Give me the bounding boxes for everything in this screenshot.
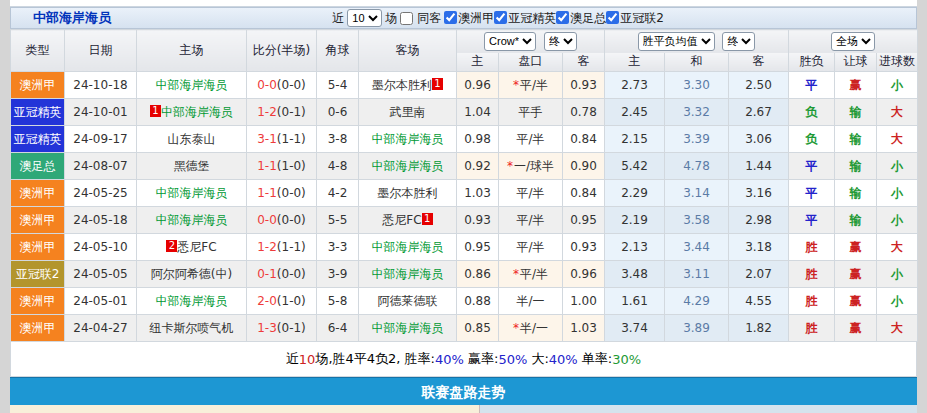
avg-odds-away: 3.18 xyxy=(729,234,789,261)
filter-bar: 近 10 场 同客 澳洲甲亚冠精英澳足总亚冠联2 xyxy=(332,9,664,27)
fulltime-score: 0-0 xyxy=(257,213,277,227)
handicap-odds-away: 0.93 xyxy=(563,72,605,99)
halftime-score: (0-0) xyxy=(277,78,306,92)
away-team-name: 中部海岸海员 xyxy=(372,321,444,335)
odds-change-star: * xyxy=(507,159,513,173)
result-wdl: 平 xyxy=(789,72,835,99)
recent-count-select[interactable]: 10 xyxy=(347,9,382,27)
league-checkbox[interactable] xyxy=(444,11,457,24)
col-avg-home: 主 xyxy=(605,53,665,72)
odds-change-star: * xyxy=(513,321,519,335)
away-team-name: 中部海岸海员 xyxy=(372,132,444,146)
away-team-name: 中部海岸海员 xyxy=(372,159,444,173)
fulltime-score: 1-1 xyxy=(257,159,277,173)
bookmaker-select[interactable]: Crow* xyxy=(484,32,536,51)
fulltime-score: 3-1 xyxy=(257,132,277,146)
avg-odds-draw: 3.32 xyxy=(665,99,729,126)
bookmaker-header: Crow* 终 xyxy=(457,30,605,53)
page: 中部海岸海员 近 10 场 同客 澳洲甲亚冠精英澳足总亚冠联2 类型 日期 xyxy=(0,0,927,413)
halftime-score: (0-1) xyxy=(277,321,306,335)
same-away-checkbox[interactable] xyxy=(400,12,413,25)
avg-odds-draw: 4.29 xyxy=(665,288,729,315)
league-type-badge: 亚冠精英 xyxy=(11,126,65,153)
handicap-text: 平/半 xyxy=(516,240,544,254)
result-wdl: 负 xyxy=(789,99,835,126)
table-row: 澳洲甲 24-05-10 2悉尼FC 1-2(1-1) 3-3 中部海岸海员 0… xyxy=(11,234,918,261)
result-goals: 小 xyxy=(877,153,918,180)
fulltime-score: 2-0 xyxy=(257,294,277,308)
halftime-score: (0-0) xyxy=(277,213,306,227)
home-team-name: 山东泰山 xyxy=(168,132,216,146)
halftime-score: (1-0) xyxy=(277,159,306,173)
home-team-name: 悉尼FC xyxy=(177,240,216,254)
corner-score: 5-4 xyxy=(317,72,359,99)
avg-odds-draw: 3.39 xyxy=(665,126,729,153)
league-type-badge: 亚冠精英 xyxy=(11,99,65,126)
col-avg-draw: 和 xyxy=(665,53,729,72)
avg-odds-draw: 3.30 xyxy=(665,72,729,99)
summary-segment: 30% xyxy=(612,352,641,367)
avg-odds-select[interactable]: 胜平负均值 xyxy=(638,32,715,51)
away-team: 墨尔本胜利1 xyxy=(359,72,457,99)
home-team-name: 中部海岸海员 xyxy=(156,294,228,308)
handicap-text: 平/半 xyxy=(516,186,544,200)
handicap-line: *平/半 xyxy=(499,72,563,99)
final-select-2[interactable]: 终 xyxy=(722,32,755,51)
table-row: 亚冠精英 24-10-01 1中部海岸海员 1-2(0-1) 0-6 武里南 1… xyxy=(11,99,918,126)
col-odds-away: 客 xyxy=(563,53,605,72)
handicap-odds-home: 1.03 xyxy=(457,180,499,207)
summary-segment: 50% xyxy=(498,352,527,367)
red-card-badge: 1 xyxy=(432,78,443,90)
handicap-line: 平/半 xyxy=(499,180,563,207)
col-odds-home: 主 xyxy=(457,53,499,72)
home-team: 纽卡斯尔喷气机 xyxy=(137,315,247,342)
top-strip xyxy=(10,0,917,7)
col-result: 胜负 xyxy=(789,53,835,72)
handicap-odds-home: 0.93 xyxy=(457,207,499,234)
away-team-name: 中部海岸海员 xyxy=(372,240,444,254)
match-date: 24-10-01 xyxy=(65,99,137,126)
avg-odds-draw: 3.58 xyxy=(665,207,729,234)
corner-score: 5-5 xyxy=(317,207,359,234)
away-team: 中部海岸海员 xyxy=(359,261,457,288)
away-team-name: 墨尔本胜利 xyxy=(378,186,438,200)
odds-change-star: * xyxy=(513,78,519,92)
league-trend-button[interactable]: 联赛盘路走势 xyxy=(10,377,917,405)
handicap-odds-home: 0.86 xyxy=(457,261,499,288)
score-cell: 0-0(0-0) xyxy=(247,207,317,234)
away-team-name: 墨尔本胜利 xyxy=(372,78,432,92)
same-away-label: 同客 xyxy=(417,10,441,27)
final-select-1[interactable]: 终 xyxy=(544,32,577,51)
result-wdl: 平 xyxy=(789,180,835,207)
bottom-strip-left xyxy=(10,405,480,413)
fulltime-score: 1-2 xyxy=(257,240,277,254)
halftime-score: (1-1) xyxy=(277,240,306,254)
handicap-line: *一/球半 xyxy=(499,153,563,180)
avg-odds-home: 2.45 xyxy=(605,99,665,126)
home-team-name: 纽卡斯尔喷气机 xyxy=(150,321,234,335)
result-handicap: 赢 xyxy=(835,261,877,288)
match-date: 24-10-18 xyxy=(65,72,137,99)
league-checkbox[interactable] xyxy=(556,11,569,24)
result-goals: 小 xyxy=(877,72,918,99)
away-team-name: 阿德莱德联 xyxy=(378,294,438,308)
col-type: 类型 xyxy=(11,30,65,72)
avg-odds-home: 2.13 xyxy=(605,234,665,261)
summary-segment: 大: xyxy=(527,350,549,368)
result-wdl: 负 xyxy=(789,126,835,153)
score-cell: 1-3(0-1) xyxy=(247,315,317,342)
scope-select[interactable]: 全场 xyxy=(831,32,875,51)
league-type-badge: 澳洲甲 xyxy=(11,288,65,315)
league-type-badge: 澳足总 xyxy=(11,153,65,180)
score-cell: 2-0(1-0) xyxy=(247,288,317,315)
corner-score: 0-6 xyxy=(317,99,359,126)
league-checkbox[interactable] xyxy=(494,11,507,24)
league-checkbox[interactable] xyxy=(606,11,619,24)
result-wdl: 平 xyxy=(789,153,835,180)
summary-segment: 40% xyxy=(435,352,464,367)
halftime-score: (0-1) xyxy=(277,105,306,119)
handicap-odds-away: 0.78 xyxy=(563,99,605,126)
result-handicap: 输 xyxy=(835,126,877,153)
table-header: 类型 日期 主场 比分(半场) 角球 客场 Crow* 终 胜平负均值 终 xyxy=(11,30,918,72)
league-type-badge: 澳洲甲 xyxy=(11,315,65,342)
